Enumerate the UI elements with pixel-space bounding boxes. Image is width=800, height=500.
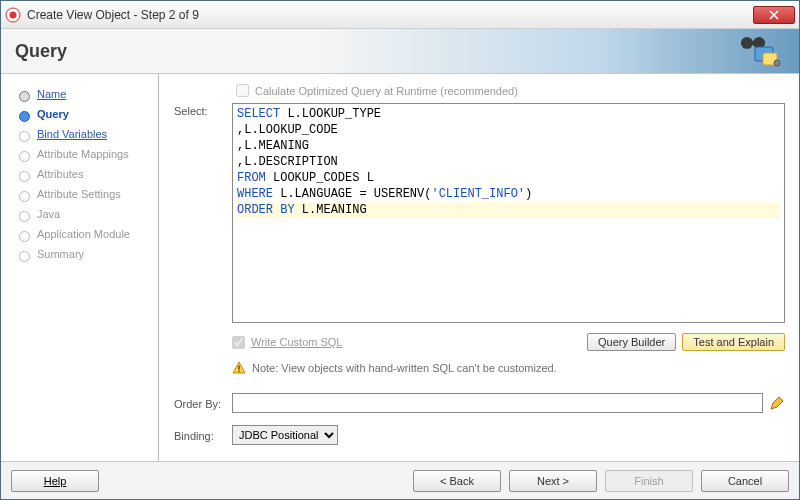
back-button[interactable]: < Back bbox=[413, 470, 501, 492]
sql-text: ,L.MEANING bbox=[237, 139, 309, 153]
binding-label: Binding: bbox=[174, 428, 232, 442]
dialog-window: Create View Object - Step 2 of 9 Query N… bbox=[0, 0, 800, 500]
sql-kw: FROM bbox=[237, 171, 266, 185]
step-label: Bind Variables bbox=[37, 128, 107, 140]
sql-kw: SELECT bbox=[237, 107, 280, 121]
cancel-button[interactable]: Cancel bbox=[701, 470, 789, 492]
step-label: Name bbox=[37, 88, 66, 100]
body: Name Query Bind Variables Attribute Mapp… bbox=[1, 74, 799, 461]
finish-label: Finish bbox=[634, 475, 663, 487]
finish-button: Finish bbox=[605, 470, 693, 492]
optimize-query-row: Calulate Optimized Query at Runtime (rec… bbox=[236, 84, 785, 97]
sql-editor[interactable]: SELECT L.LOOKUP_TYPE ,L.LOOKUP_CODE ,L.M… bbox=[232, 103, 785, 323]
write-custom-sql-label: Write Custom SQL bbox=[251, 336, 343, 348]
step-bind-variables[interactable]: Bind Variables bbox=[19, 124, 158, 144]
query-builder-button[interactable]: Query Builder bbox=[587, 333, 676, 351]
sql-text: L.LOOKUP_TYPE bbox=[280, 107, 381, 121]
binding-row: Binding: JDBC Positional bbox=[174, 425, 785, 445]
titlebar[interactable]: Create View Object - Step 2 of 9 bbox=[1, 1, 799, 29]
warning-icon bbox=[232, 361, 246, 375]
svg-rect-4 bbox=[741, 41, 765, 45]
step-summary: Summary bbox=[19, 244, 158, 264]
write-custom-sql-checkbox bbox=[232, 336, 245, 349]
test-and-explain-button[interactable]: Test and Explain bbox=[682, 333, 785, 351]
step-label: Summary bbox=[37, 248, 84, 260]
binding-select[interactable]: JDBC Positional bbox=[232, 425, 338, 445]
optimize-query-label: Calulate Optimized Query at Runtime (rec… bbox=[255, 85, 518, 97]
orderby-row: Order By: bbox=[174, 393, 785, 413]
step-label: Attribute Mappings bbox=[37, 148, 129, 160]
footer: Help < Back Next > Finish Cancel bbox=[1, 461, 799, 499]
orderby-input[interactable] bbox=[232, 393, 763, 413]
sql-kw: BY bbox=[280, 203, 294, 217]
step-label: Java bbox=[37, 208, 60, 220]
optimize-query-checkbox bbox=[236, 84, 249, 97]
next-label: Next > bbox=[537, 475, 569, 487]
sql-text: L.LANGUAGE = USERENV( bbox=[273, 187, 431, 201]
step-name[interactable]: Name bbox=[19, 84, 158, 104]
svg-rect-8 bbox=[238, 366, 239, 370]
next-button[interactable]: Next > bbox=[509, 470, 597, 492]
sql-text: LOOKUP_CODES L bbox=[266, 171, 374, 185]
step-label: Attribute Settings bbox=[37, 188, 121, 200]
step-application-module: Application Module bbox=[19, 224, 158, 244]
write-custom-row: Write Custom SQL Query Builder Test and … bbox=[232, 333, 785, 351]
app-icon bbox=[5, 7, 21, 23]
svg-rect-9 bbox=[238, 370, 239, 371]
close-icon bbox=[769, 10, 779, 20]
wizard-steps-sidebar: Name Query Bind Variables Attribute Mapp… bbox=[1, 74, 159, 461]
cancel-label: Cancel bbox=[728, 475, 762, 487]
sql-text: ,L.DESCRIPTION bbox=[237, 155, 338, 169]
sql-text: L.MEANING bbox=[295, 203, 367, 217]
main-panel: Calulate Optimized Query at Runtime (rec… bbox=[159, 74, 799, 461]
back-label: < Back bbox=[440, 475, 474, 487]
step-attribute-mappings: Attribute Mappings bbox=[19, 144, 158, 164]
window-close-button[interactable] bbox=[753, 6, 795, 24]
note-text: Note: View objects with hand-written SQL… bbox=[252, 362, 557, 374]
select-label: Select: bbox=[174, 103, 232, 117]
step-query[interactable]: Query bbox=[19, 104, 158, 124]
step-attributes: Attributes bbox=[19, 164, 158, 184]
sql-kw: ORDER bbox=[237, 203, 273, 217]
svg-point-1 bbox=[10, 11, 17, 18]
sql-text: ,L.LOOKUP_CODE bbox=[237, 123, 338, 137]
step-label: Query bbox=[37, 108, 69, 120]
select-row: Select: SELECT L.LOOKUP_TYPE ,L.LOOKUP_C… bbox=[174, 103, 785, 323]
sql-kw: WHERE bbox=[237, 187, 273, 201]
help-button[interactable]: Help bbox=[11, 470, 99, 492]
svg-point-7 bbox=[774, 60, 780, 66]
sql-string: 'CLIENT_INFO' bbox=[431, 187, 525, 201]
edit-icon[interactable] bbox=[769, 395, 785, 411]
page-title: Query bbox=[15, 41, 67, 62]
note-row: Note: View objects with hand-written SQL… bbox=[232, 361, 785, 375]
step-label: Application Module bbox=[37, 228, 130, 240]
step-java: Java bbox=[19, 204, 158, 224]
help-label: Help bbox=[44, 475, 67, 487]
step-label: Attributes bbox=[37, 168, 83, 180]
orderby-label: Order By: bbox=[174, 396, 232, 410]
sql-text: ) bbox=[525, 187, 532, 201]
banner: Query bbox=[1, 29, 799, 74]
step-attribute-settings: Attribute Settings bbox=[19, 184, 158, 204]
window-title: Create View Object - Step 2 of 9 bbox=[27, 8, 753, 22]
wizard-icon bbox=[735, 33, 781, 69]
